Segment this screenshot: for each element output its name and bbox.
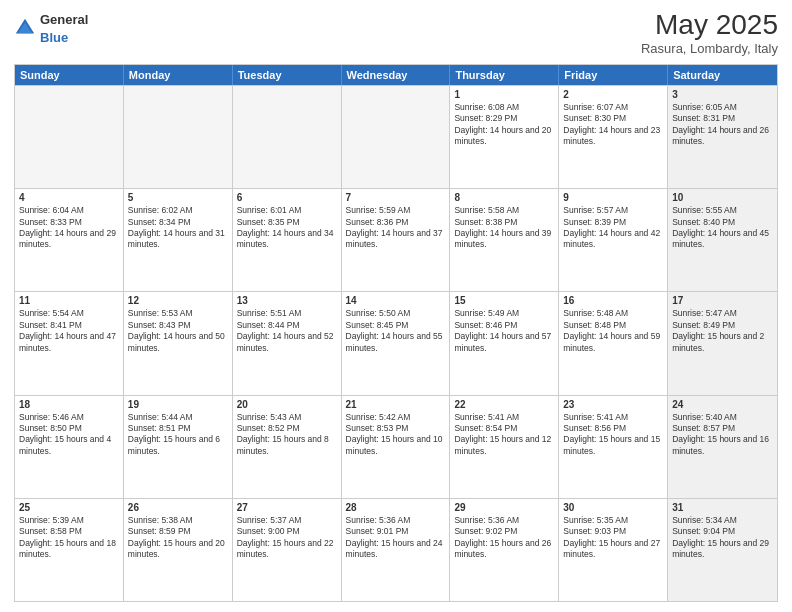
- day-info: Sunrise: 5:44 AM Sunset: 8:51 PM Dayligh…: [128, 412, 228, 458]
- page: General Blue May 2025 Rasura, Lombardy, …: [0, 0, 792, 612]
- day-info: Sunrise: 5:51 AM Sunset: 8:44 PM Dayligh…: [237, 308, 337, 354]
- cal-cell-2: 2Sunrise: 6:07 AM Sunset: 8:30 PM Daylig…: [559, 86, 668, 188]
- day-info: Sunrise: 5:49 AM Sunset: 8:46 PM Dayligh…: [454, 308, 554, 354]
- cal-cell-29: 29Sunrise: 5:36 AM Sunset: 9:02 PM Dayli…: [450, 499, 559, 601]
- logo-icon: [14, 17, 36, 39]
- cal-cell-28: 28Sunrise: 5:36 AM Sunset: 9:01 PM Dayli…: [342, 499, 451, 601]
- day-info: Sunrise: 5:43 AM Sunset: 8:52 PM Dayligh…: [237, 412, 337, 458]
- day-number: 26: [128, 502, 228, 513]
- day-number: 1: [454, 89, 554, 100]
- day-info: Sunrise: 5:36 AM Sunset: 9:02 PM Dayligh…: [454, 515, 554, 561]
- header-day-saturday: Saturday: [668, 65, 777, 85]
- cal-cell-empty-2: [233, 86, 342, 188]
- cal-cell-10: 10Sunrise: 5:55 AM Sunset: 8:40 PM Dayli…: [668, 189, 777, 291]
- day-number: 6: [237, 192, 337, 203]
- day-number: 29: [454, 502, 554, 513]
- cal-cell-30: 30Sunrise: 5:35 AM Sunset: 9:03 PM Dayli…: [559, 499, 668, 601]
- cal-cell-24: 24Sunrise: 5:40 AM Sunset: 8:57 PM Dayli…: [668, 396, 777, 498]
- cal-cell-5: 5Sunrise: 6:02 AM Sunset: 8:34 PM Daylig…: [124, 189, 233, 291]
- day-number: 5: [128, 192, 228, 203]
- day-number: 3: [672, 89, 773, 100]
- day-number: 11: [19, 295, 119, 306]
- day-number: 27: [237, 502, 337, 513]
- day-info: Sunrise: 6:01 AM Sunset: 8:35 PM Dayligh…: [237, 205, 337, 251]
- day-number: 14: [346, 295, 446, 306]
- day-number: 2: [563, 89, 663, 100]
- day-number: 25: [19, 502, 119, 513]
- day-info: Sunrise: 5:54 AM Sunset: 8:41 PM Dayligh…: [19, 308, 119, 354]
- calendar-header: SundayMondayTuesdayWednesdayThursdayFrid…: [15, 65, 777, 85]
- day-info: Sunrise: 5:42 AM Sunset: 8:53 PM Dayligh…: [346, 412, 446, 458]
- logo-text: General Blue: [40, 10, 88, 46]
- logo-general: General: [40, 12, 88, 27]
- cal-cell-22: 22Sunrise: 5:41 AM Sunset: 8:54 PM Dayli…: [450, 396, 559, 498]
- day-info: Sunrise: 5:46 AM Sunset: 8:50 PM Dayligh…: [19, 412, 119, 458]
- cal-cell-9: 9Sunrise: 5:57 AM Sunset: 8:39 PM Daylig…: [559, 189, 668, 291]
- day-info: Sunrise: 5:53 AM Sunset: 8:43 PM Dayligh…: [128, 308, 228, 354]
- header-day-tuesday: Tuesday: [233, 65, 342, 85]
- header-day-sunday: Sunday: [15, 65, 124, 85]
- day-number: 15: [454, 295, 554, 306]
- day-info: Sunrise: 5:58 AM Sunset: 8:38 PM Dayligh…: [454, 205, 554, 251]
- calendar: SundayMondayTuesdayWednesdayThursdayFrid…: [14, 64, 778, 602]
- day-number: 18: [19, 399, 119, 410]
- header-day-monday: Monday: [124, 65, 233, 85]
- day-info: Sunrise: 5:40 AM Sunset: 8:57 PM Dayligh…: [672, 412, 773, 458]
- cal-cell-21: 21Sunrise: 5:42 AM Sunset: 8:53 PM Dayli…: [342, 396, 451, 498]
- day-info: Sunrise: 5:41 AM Sunset: 8:56 PM Dayligh…: [563, 412, 663, 458]
- day-number: 4: [19, 192, 119, 203]
- day-info: Sunrise: 5:48 AM Sunset: 8:48 PM Dayligh…: [563, 308, 663, 354]
- day-info: Sunrise: 6:04 AM Sunset: 8:33 PM Dayligh…: [19, 205, 119, 251]
- day-info: Sunrise: 5:57 AM Sunset: 8:39 PM Dayligh…: [563, 205, 663, 251]
- header: General Blue May 2025 Rasura, Lombardy, …: [14, 10, 778, 56]
- day-info: Sunrise: 6:05 AM Sunset: 8:31 PM Dayligh…: [672, 102, 773, 148]
- main-title: May 2025: [641, 10, 778, 41]
- logo-blue: Blue: [40, 30, 68, 45]
- day-info: Sunrise: 5:41 AM Sunset: 8:54 PM Dayligh…: [454, 412, 554, 458]
- cal-cell-14: 14Sunrise: 5:50 AM Sunset: 8:45 PM Dayli…: [342, 292, 451, 394]
- calendar-body: 1Sunrise: 6:08 AM Sunset: 8:29 PM Daylig…: [15, 85, 777, 601]
- day-info: Sunrise: 5:50 AM Sunset: 8:45 PM Dayligh…: [346, 308, 446, 354]
- cal-cell-26: 26Sunrise: 5:38 AM Sunset: 8:59 PM Dayli…: [124, 499, 233, 601]
- title-area: May 2025 Rasura, Lombardy, Italy: [641, 10, 778, 56]
- day-info: Sunrise: 5:39 AM Sunset: 8:58 PM Dayligh…: [19, 515, 119, 561]
- cal-cell-1: 1Sunrise: 6:08 AM Sunset: 8:29 PM Daylig…: [450, 86, 559, 188]
- cal-cell-15: 15Sunrise: 5:49 AM Sunset: 8:46 PM Dayli…: [450, 292, 559, 394]
- day-number: 16: [563, 295, 663, 306]
- day-number: 8: [454, 192, 554, 203]
- cal-cell-20: 20Sunrise: 5:43 AM Sunset: 8:52 PM Dayli…: [233, 396, 342, 498]
- cal-cell-13: 13Sunrise: 5:51 AM Sunset: 8:44 PM Dayli…: [233, 292, 342, 394]
- day-number: 30: [563, 502, 663, 513]
- day-info: Sunrise: 5:35 AM Sunset: 9:03 PM Dayligh…: [563, 515, 663, 561]
- cal-cell-empty-3: [342, 86, 451, 188]
- cal-cell-19: 19Sunrise: 5:44 AM Sunset: 8:51 PM Dayli…: [124, 396, 233, 498]
- day-number: 31: [672, 502, 773, 513]
- calendar-row-2: 11Sunrise: 5:54 AM Sunset: 8:41 PM Dayli…: [15, 291, 777, 394]
- header-day-thursday: Thursday: [450, 65, 559, 85]
- cal-cell-16: 16Sunrise: 5:48 AM Sunset: 8:48 PM Dayli…: [559, 292, 668, 394]
- day-number: 12: [128, 295, 228, 306]
- day-info: Sunrise: 5:37 AM Sunset: 9:00 PM Dayligh…: [237, 515, 337, 561]
- day-info: Sunrise: 6:07 AM Sunset: 8:30 PM Dayligh…: [563, 102, 663, 148]
- cal-cell-empty-0: [15, 86, 124, 188]
- day-number: 23: [563, 399, 663, 410]
- calendar-row-1: 4Sunrise: 6:04 AM Sunset: 8:33 PM Daylig…: [15, 188, 777, 291]
- cal-cell-12: 12Sunrise: 5:53 AM Sunset: 8:43 PM Dayli…: [124, 292, 233, 394]
- cal-cell-27: 27Sunrise: 5:37 AM Sunset: 9:00 PM Dayli…: [233, 499, 342, 601]
- day-info: Sunrise: 5:38 AM Sunset: 8:59 PM Dayligh…: [128, 515, 228, 561]
- day-number: 13: [237, 295, 337, 306]
- cal-cell-25: 25Sunrise: 5:39 AM Sunset: 8:58 PM Dayli…: [15, 499, 124, 601]
- day-number: 20: [237, 399, 337, 410]
- subtitle: Rasura, Lombardy, Italy: [641, 41, 778, 56]
- header-day-friday: Friday: [559, 65, 668, 85]
- logo: General Blue: [14, 10, 88, 46]
- header-day-wednesday: Wednesday: [342, 65, 451, 85]
- day-number: 28: [346, 502, 446, 513]
- day-number: 10: [672, 192, 773, 203]
- day-info: Sunrise: 6:08 AM Sunset: 8:29 PM Dayligh…: [454, 102, 554, 148]
- day-number: 9: [563, 192, 663, 203]
- cal-cell-31: 31Sunrise: 5:34 AM Sunset: 9:04 PM Dayli…: [668, 499, 777, 601]
- calendar-row-3: 18Sunrise: 5:46 AM Sunset: 8:50 PM Dayli…: [15, 395, 777, 498]
- cal-cell-8: 8Sunrise: 5:58 AM Sunset: 8:38 PM Daylig…: [450, 189, 559, 291]
- cal-cell-17: 17Sunrise: 5:47 AM Sunset: 8:49 PM Dayli…: [668, 292, 777, 394]
